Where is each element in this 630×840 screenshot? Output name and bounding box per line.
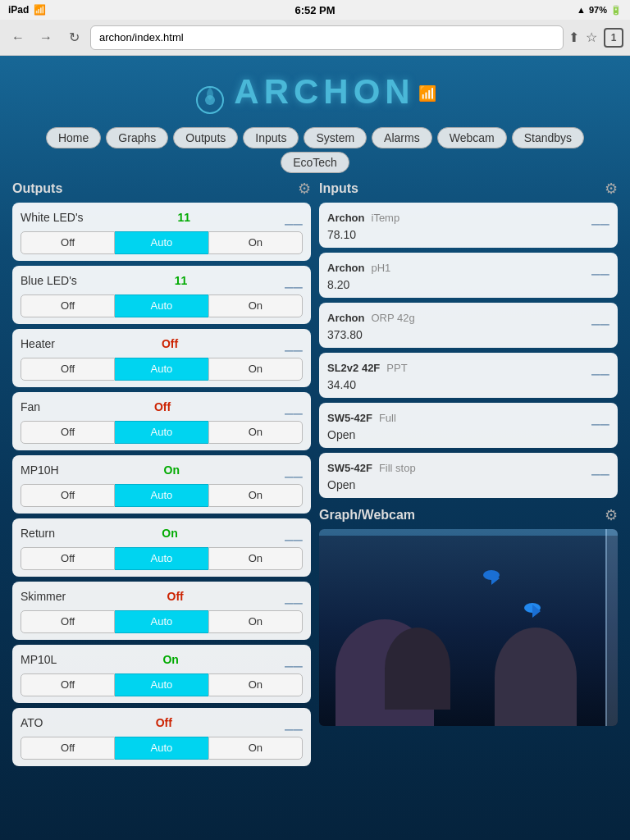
input-card-ph1: Archon pH1 ⎯⎯ 8.20: [319, 253, 618, 298]
output-name-ato: ATO: [21, 716, 43, 729]
input-left-sw5-fillstop: SW5-42F Fill stop: [327, 462, 416, 474]
rock3: [495, 628, 577, 726]
on-btn-return[interactable]: On: [208, 547, 303, 570]
output-status-mp10l: On: [162, 653, 178, 666]
input-name-ph1: pH1: [372, 262, 391, 274]
nav-webcam[interactable]: Webcam: [437, 127, 507, 148]
auto-btn-ato[interactable]: Auto: [115, 737, 208, 760]
input-row1-sw5-fillstop: SW5-42F Fill stop ⎯⎯: [327, 459, 609, 477]
logo-icon: [194, 84, 226, 116]
input-name-sw5-fillstop: Fill stop: [379, 462, 416, 474]
slider-icon-fan[interactable]: ⎯⎯: [285, 399, 303, 416]
auto-btn-mp10h[interactable]: Auto: [115, 484, 208, 507]
output-name-heater: Heater: [21, 337, 55, 350]
output-controls-return: Off Auto On: [21, 547, 303, 570]
auto-btn-mp10l[interactable]: Auto: [115, 673, 208, 696]
output-controls-fan: Off Auto On: [21, 421, 303, 444]
slider-icon-return[interactable]: ⎯⎯: [285, 525, 303, 542]
url-bar[interactable]: [90, 25, 564, 50]
nav-standbys[interactable]: Standbys: [512, 127, 584, 148]
on-btn-mp10l[interactable]: On: [208, 673, 303, 696]
inputs-gear-icon[interactable]: ⚙: [605, 180, 618, 198]
reload-button[interactable]: ↻: [62, 26, 85, 49]
slider-icon-ph1[interactable]: ⎯⎯: [591, 259, 609, 276]
slider-icon-ato[interactable]: ⎯⎯: [285, 714, 303, 732]
off-btn-skimmer[interactable]: Off: [21, 610, 115, 633]
back-button[interactable]: ←: [7, 26, 30, 49]
output-name-return: Return: [21, 527, 55, 540]
on-btn-blue-leds[interactable]: On: [208, 294, 303, 317]
forward-button[interactable]: →: [34, 26, 57, 49]
off-btn-blue-leds[interactable]: Off: [21, 294, 115, 317]
slider-icon-heater[interactable]: ⎯⎯: [285, 336, 303, 353]
tab-count[interactable]: 1: [604, 28, 623, 48]
input-source-ph1: Archon: [327, 262, 365, 274]
input-value-ph1: 8.20: [327, 278, 609, 291]
on-btn-fan[interactable]: On: [208, 421, 303, 444]
bookmark-button[interactable]: ☆: [586, 30, 597, 45]
slider-icon-itemp[interactable]: ⎯⎯: [591, 209, 609, 226]
rock2: [385, 628, 450, 710]
auto-btn-blue-leds[interactable]: Auto: [115, 294, 208, 317]
slider-icon-sw5-full[interactable]: ⎯⎯: [591, 409, 609, 427]
slider-icon-white-leds[interactable]: ⎯⎯: [285, 209, 303, 226]
nav-alarms[interactable]: Alarms: [372, 127, 432, 148]
graph-gear-icon[interactable]: ⚙: [605, 506, 618, 524]
nav-outputs[interactable]: Outputs: [173, 127, 238, 148]
auto-btn-heater[interactable]: Auto: [115, 358, 208, 381]
nav-inputs[interactable]: Inputs: [243, 127, 299, 148]
output-card-mp10h: MP10H On ⎯⎯ Off Auto On: [12, 455, 311, 514]
browser-bar: ← → ↻ ⬆ ☆ 1: [0, 20, 630, 56]
input-value-sw5-full: Open: [327, 428, 609, 441]
auto-btn-fan[interactable]: Auto: [115, 421, 208, 444]
off-btn-mp10h[interactable]: Off: [21, 484, 115, 507]
nav-bar2: EcoTech: [8, 152, 622, 173]
on-btn-mp10h[interactable]: On: [208, 484, 303, 507]
fish2: [524, 603, 541, 613]
outputs-gear-icon[interactable]: ⚙: [298, 180, 311, 198]
status-right: ▲ 97% 🔋: [577, 5, 622, 16]
fish1: [483, 570, 500, 580]
on-btn-heater[interactable]: On: [208, 358, 303, 381]
slider-icon-sw5-fillstop[interactable]: ⎯⎯: [591, 459, 609, 477]
auto-btn-return[interactable]: Auto: [115, 547, 208, 570]
input-name-sw5-full: Full: [379, 412, 396, 424]
status-bar: iPad 📶 6:52 PM ▲ 97% 🔋: [0, 0, 630, 20]
nav-system[interactable]: System: [304, 127, 367, 148]
input-value-itemp: 78.10: [327, 228, 609, 241]
slider-icon-orp[interactable]: ⎯⎯: [591, 309, 609, 326]
input-source-ppt: SL2v2 42F: [327, 362, 380, 374]
slider-icon-mp10h[interactable]: ⎯⎯: [285, 462, 303, 479]
slider-icon-skimmer[interactable]: ⎯⎯: [285, 588, 303, 605]
nav-ecotech[interactable]: EcoTech: [281, 152, 349, 173]
on-btn-ato[interactable]: On: [208, 737, 303, 760]
off-btn-mp10l[interactable]: Off: [21, 673, 115, 696]
right-column: Inputs ⚙ Archon iTemp ⎯⎯ 78.10 Arc: [319, 180, 618, 771]
on-btn-skimmer[interactable]: On: [208, 610, 303, 633]
off-btn-fan[interactable]: Off: [21, 421, 115, 444]
output-status-white-leds: 11: [178, 211, 191, 224]
webcam-image: [319, 529, 618, 726]
slider-icon-ppt[interactable]: ⎯⎯: [591, 359, 609, 377]
nav-home[interactable]: Home: [46, 127, 101, 148]
output-row1-white-leds: White LED's 11 ⎯⎯: [21, 209, 303, 226]
on-btn-white-leds[interactable]: On: [208, 231, 303, 254]
auto-btn-white-leds[interactable]: Auto: [115, 231, 208, 254]
off-btn-return[interactable]: Off: [21, 547, 115, 570]
output-status-blue-leds: 11: [175, 274, 188, 287]
share-button[interactable]: ⬆: [568, 30, 579, 45]
output-card-fan: Fan Off ⎯⎯ Off Auto On: [12, 392, 311, 450]
output-controls-white-leds: Off Auto On: [21, 231, 303, 254]
off-btn-white-leds[interactable]: Off: [21, 231, 115, 254]
off-btn-heater[interactable]: Off: [21, 358, 115, 381]
output-name-skimmer: Skimmer: [21, 590, 66, 603]
output-row1-mp10l: MP10L On ⎯⎯: [21, 651, 303, 669]
output-status-skimmer: Off: [167, 590, 184, 603]
nav-graphs[interactable]: Graphs: [106, 127, 168, 148]
input-card-sw5-fillstop: SW5-42F Fill stop ⎯⎯ Open: [319, 453, 618, 498]
slider-icon-mp10l[interactable]: ⎯⎯: [285, 651, 303, 669]
graph-title: Graph/Webcam: [319, 508, 415, 523]
off-btn-ato[interactable]: Off: [21, 737, 115, 760]
auto-btn-skimmer[interactable]: Auto: [115, 610, 208, 633]
slider-icon-blue-leds[interactable]: ⎯⎯: [285, 272, 303, 290]
